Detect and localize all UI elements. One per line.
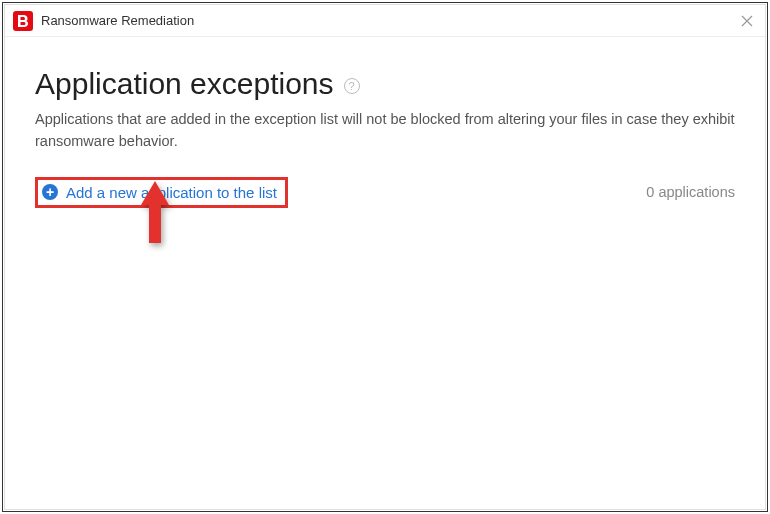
page-title: Application exceptions (35, 67, 334, 101)
app-logo-icon (13, 11, 33, 31)
plus-icon: + (42, 184, 58, 200)
close-button[interactable] (735, 9, 759, 33)
titlebar: Ransomware Remediation (5, 5, 765, 37)
application-count: 0 applications (646, 184, 735, 200)
help-icon[interactable]: ? (344, 78, 360, 94)
highlight-annotation: + Add a new application to the list (35, 177, 288, 208)
bitdefender-b-icon (17, 14, 29, 28)
main-content: Application exceptions ? Applications th… (5, 37, 765, 208)
close-icon (741, 15, 753, 27)
action-row: + Add a new application to the list 0 ap… (35, 177, 735, 208)
page-description: Applications that are added in the excep… (35, 109, 735, 153)
titlebar-title: Ransomware Remediation (41, 13, 194, 28)
page-title-row: Application exceptions ? (35, 67, 735, 101)
add-application-link[interactable]: + Add a new application to the list (42, 184, 277, 201)
app-window: Ransomware Remediation Application excep… (4, 4, 766, 510)
add-application-label: Add a new application to the list (66, 184, 277, 201)
